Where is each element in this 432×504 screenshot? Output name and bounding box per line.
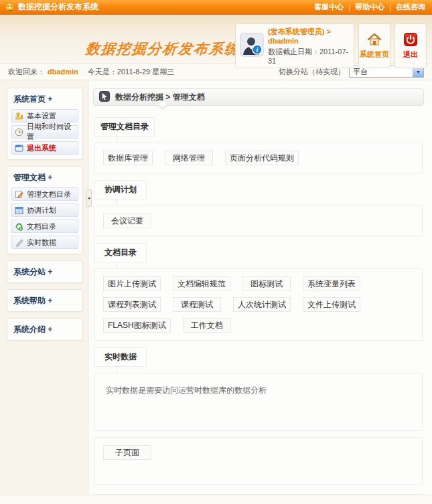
page: 数据挖掘分析发布系统 客服中心 | 帮助中心 | 在线咨询 数据挖掘分析发布系统: [0, 0, 432, 504]
sidebar-item-label: 协调计划: [27, 205, 56, 216]
sidebar-group-system-home: 系统首页 + 基本设置: [7, 88, 83, 160]
system-home-button[interactable]: 系统首页: [358, 23, 390, 68]
topbar-separator: |: [348, 3, 350, 11]
topbar-separator: |: [389, 3, 391, 11]
help-center-link[interactable]: 帮助中心: [355, 2, 384, 12]
power-icon: [404, 33, 417, 48]
folder-refresh-icon: [15, 222, 23, 231]
user-text: (发布系统管理员) > dbadmin 数据截止日期：2011-07-31: [268, 27, 350, 65]
sidebar-group-title-system-help[interactable]: 系统帮助 +: [11, 295, 78, 307]
topbar: 数据挖掘分析发布系统 客服中心 | 帮助中心 | 在线咨询: [0, 0, 432, 15]
content-bottom-divider: [94, 494, 423, 495]
doc-editing-standard-button[interactable]: 文档编辑规范: [173, 276, 230, 291]
file-upload-test-button[interactable]: 文件上传测试: [303, 297, 360, 312]
svg-text:i: i: [257, 46, 259, 54]
database-manage-button[interactable]: 数据库管理: [103, 151, 153, 165]
sidebar-item-manage-doc-catalog[interactable]: 管理文档目录: [11, 187, 78, 201]
sidebar-group-system-intro: 系统介绍 +: [7, 318, 83, 341]
page-cursor-icon: [99, 91, 110, 104]
header: 数据挖掘分析发布系统: [0, 15, 432, 64]
avatar: i: [240, 33, 264, 59]
sidebar-item-exit-system[interactable]: 退出系统: [11, 141, 78, 155]
logout-label: 退出: [403, 50, 418, 60]
sidebar-group-manage-docs: 管理文档 + 管理文档目录: [7, 166, 83, 254]
schedule-icon: [15, 206, 23, 215]
today-date: 今天是：2011-8-29 星期三: [88, 67, 174, 77]
image-upload-test-button[interactable]: 图片上传测试: [103, 276, 161, 291]
sidebar-item-basic-settings[interactable]: 基本设置: [11, 109, 78, 122]
data-deadline-line: 数据截止日期：2011-07-31: [268, 47, 350, 65]
section-manage-doc-catalog: 管理文档目录 数据库管理 网络管理 页面分析代码规则: [93, 112, 424, 173]
section-box: 数据库管理 网络管理 页面分析代码规则: [94, 143, 423, 173]
icon-test-button[interactable]: 图标测试: [242, 276, 291, 291]
meeting-notes-button[interactable]: 会议记要: [103, 214, 151, 228]
subpage-button[interactable]: 子页面: [103, 445, 151, 460]
section-subpages: 子页面: [93, 437, 424, 485]
section-box: 子页面: [94, 437, 423, 485]
service-center-link[interactable]: 客服中心: [314, 2, 344, 12]
welcome-username: dbadmin: [48, 68, 78, 76]
sidebar: 系统首页 + 基本设置: [0, 80, 88, 495]
page-analytics-code-rules-button[interactable]: 页面分析代码规则: [225, 151, 299, 165]
sidebar-group-title-system-intro[interactable]: 系统介绍 +: [11, 323, 78, 336]
topbar-links: 客服中心 | 帮助中心 | 在线咨询: [314, 2, 425, 12]
sidebar-item-label: 实时数据: [27, 238, 56, 248]
main-content: 数据分析挖掘 > 管理文档 管理文档目录 数据库管理 网络管理 页面分析代码规则…: [88, 80, 432, 495]
header-user-area: i (发布系统管理员) > dbadmin 数据截止日期：2011-07-31: [235, 23, 427, 68]
sidebar-item-label: 文档目录: [27, 222, 56, 232]
sidebar-group-title-system-branches[interactable]: 系统分站 +: [11, 266, 78, 278]
sidebar-item-datetime-settings[interactable]: 日期和时间设置: [11, 125, 78, 139]
sidebar-group-title-manage-docs[interactable]: 管理文档 +: [11, 171, 78, 187]
user-settings-icon: [15, 112, 23, 120]
breadcrumb-text: 数据分析挖掘 > 管理文档: [115, 92, 205, 103]
home-icon: [367, 33, 382, 48]
sidebar-item-label: 基本设置: [27, 111, 56, 121]
sidebar-item-realtime-data[interactable]: 实时数据: [11, 236, 78, 249]
section-label: 管理文档目录: [94, 117, 155, 137]
network-manage-button[interactable]: 网络管理: [165, 151, 213, 165]
visits-stats-test-button[interactable]: 人次统计测试: [233, 297, 291, 312]
system-home-label: 系统首页: [360, 50, 389, 60]
section-coordination-plan: 协调计划 会议记要: [93, 175, 424, 236]
sidebar-item-coordination-plan[interactable]: 协调计划: [11, 203, 78, 217]
logo-text: 数据挖掘分析发布系统: [85, 39, 241, 58]
course-test-button[interactable]: 课程测试: [173, 297, 221, 312]
section-box: 会议记要: [94, 205, 423, 236]
logout-button[interactable]: 退出: [394, 23, 427, 68]
topbar-title: 数据挖掘分析发布系统: [18, 1, 98, 13]
topbar-brand: 数据挖掘分析发布系统: [5, 1, 98, 13]
flash-icon-test-button[interactable]: FLASH图标测试: [103, 318, 171, 333]
edit-icon: [15, 190, 23, 199]
sidebar-group-system-branches: 系统分站 +: [7, 260, 83, 283]
window-icon: [15, 144, 23, 153]
section-box: 图片上传测试 文档编辑规范 图标测试 系统变量列表 课程列表测试 课程测试 人次…: [94, 268, 423, 341]
sidebar-collapse-handle[interactable]: ◂: [86, 189, 92, 207]
sidebar-item-label: 日期和时间设置: [27, 122, 75, 142]
system-variables-list-button[interactable]: 系统变量列表: [303, 276, 360, 291]
sidebar-group-system-help: 系统帮助 +: [7, 289, 83, 312]
section-doc-catalog: 文档目录 图片上传测试 文档编辑规范 图标测试 系统变量列表 课程列表测试 课程…: [93, 238, 424, 341]
section-realtime-data: 实时数据 实时数据是需要访问运营时数据库的数据分析: [93, 342, 424, 431]
section-label: 实时数据: [94, 347, 147, 367]
sidebar-item-label: 退出系统: [27, 143, 56, 153]
sidebar-group-title-system-home[interactable]: 系统首页 +: [11, 93, 78, 109]
realtime-data-note: 实时数据是需要访问运营时数据库的数据分析: [103, 381, 268, 423]
welcome-label: 欢迎回来：: [8, 67, 45, 77]
pencil-icon: [15, 238, 23, 247]
section-label: 协调计划: [94, 180, 147, 199]
online-consult-link[interactable]: 在线咨询: [396, 2, 425, 12]
user-role-line: (发布系统管理员) > dbadmin: [268, 27, 350, 45]
footer: 首页 | 帮助 | 关于我们: [0, 495, 432, 504]
body: 系统首页 + 基本设置: [0, 80, 432, 495]
sidebar-item-label: 管理文档目录: [27, 189, 71, 199]
course-list-test-button[interactable]: 课程列表测试: [103, 297, 161, 312]
section-label: 文档目录: [94, 243, 147, 262]
section-box: 实时数据是需要访问运营时数据库的数据分析: [94, 373, 423, 431]
breadcrumb: 数据分析挖掘 > 管理文档: [93, 88, 424, 106]
user-info-box: i (发布系统管理员) > dbadmin 数据截止日期：2011-07-31: [235, 23, 354, 68]
welcome-left: 欢迎回来： dbadmin 今天是：2011-8-29 星期三: [8, 67, 174, 77]
clock-icon: [15, 128, 23, 137]
smiley-icon: [5, 3, 14, 11]
sidebar-item-doc-catalog[interactable]: 文档目录: [11, 220, 78, 233]
work-docs-button[interactable]: 工作文档: [183, 318, 231, 333]
